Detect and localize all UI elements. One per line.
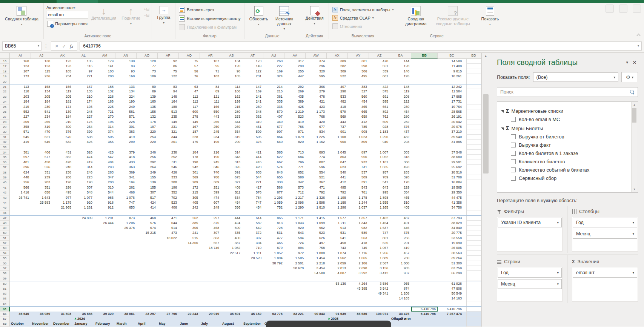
cell-BD57[interactable] — [466, 266, 481, 271]
cell-BB65[interactable]: 6 410 796 — [411, 307, 438, 311]
cell-AZ19[interactable]: 601 — [369, 74, 390, 79]
cell-AL57[interactable] — [73, 266, 94, 271]
cell-AN40[interactable]: 194 — [115, 180, 137, 185]
cell-AQ55[interactable] — [179, 256, 200, 261]
cell-AJ64[interactable] — [31, 301, 52, 306]
cell-AQ38[interactable]: 301 — [179, 170, 200, 175]
cell-AY17[interactable]: 298 — [348, 64, 369, 69]
field-list-scrollbar[interactable]: ▲ ▼ — [631, 102, 637, 192]
cell-AN64[interactable] — [115, 301, 137, 306]
cell-AV55[interactable]: 1 505 — [284, 256, 306, 261]
cell-AU63[interactable] — [263, 296, 284, 301]
cell-AM18[interactable]: 103 — [94, 69, 115, 74]
cell-AX38[interactable]: 540 — [327, 170, 348, 175]
cell-AL18[interactable]: 97 — [73, 69, 94, 74]
cell-AR62[interactable] — [200, 291, 221, 296]
row-header-27[interactable]: 27 — [0, 114, 10, 119]
cell-BB56[interactable] — [411, 261, 438, 266]
cell-BA56[interactable]: 1 008 — [390, 261, 411, 266]
cell-BC57[interactable]: 63 759 — [438, 266, 466, 271]
cell-AM46[interactable] — [94, 210, 115, 215]
cell-AV43[interactable]: 1 217 — [284, 195, 306, 200]
cell-AX55[interactable]: 1 562 — [327, 256, 348, 261]
cell-BD18[interactable] — [466, 69, 481, 74]
cell-AQ42[interactable]: 215 — [179, 190, 200, 195]
cell-AV23[interactable]: 435 — [284, 94, 306, 99]
cell-AQ66[interactable]: 22 243 — [179, 312, 200, 316]
cell-BB32[interactable] — [411, 140, 438, 144]
cell-AY53[interactable]: 745 — [348, 246, 369, 250]
cell-AM41[interactable]: 310 — [94, 185, 115, 190]
cell-AY37[interactable]: 611 — [348, 165, 369, 170]
cell-AN17[interactable]: 93 — [115, 64, 137, 69]
cell-AR31[interactable]: 234 — [200, 135, 221, 140]
cell-AK36[interactable]: 420 — [52, 160, 73, 165]
cell-AU59[interactable] — [263, 276, 284, 281]
cell-AV59[interactable] — [284, 276, 306, 281]
cell-AR45[interactable]: 249 — [200, 205, 221, 210]
cell-AI56[interactable] — [10, 261, 31, 266]
cell-AY38[interactable]: 537 — [348, 170, 369, 175]
cell-AP43[interactable]: 702 — [158, 195, 179, 200]
cell-AW33[interactable] — [306, 145, 327, 150]
row-header-53[interactable]: 53 — [0, 246, 10, 250]
cell-AV24[interactable]: 389 — [284, 99, 306, 104]
cell-AU33[interactable] — [263, 145, 284, 150]
cell-BA46[interactable] — [390, 210, 411, 215]
cell-AL56[interactable] — [73, 261, 94, 266]
cell-AS27[interactable]: 253 — [221, 114, 242, 119]
cell-AS55[interactable] — [221, 256, 242, 261]
cell-AI42[interactable]: 1 416 — [10, 190, 31, 195]
cell-AO68[interactable]: April — [137, 321, 158, 326]
cell-BD46[interactable] — [466, 210, 481, 215]
cell-AZ30[interactable]: 1 183 — [369, 129, 390, 134]
cell-AO33[interactable] — [137, 145, 158, 150]
cell-AR21[interactable]: 84 — [200, 84, 221, 89]
cell-AV61[interactable] — [284, 286, 306, 291]
cell-AJ46[interactable] — [31, 210, 52, 215]
cell-BA43[interactable]: 465 — [390, 195, 411, 200]
cell-AR27[interactable]: 443 — [200, 114, 221, 119]
cell-AW42[interactable]: 792 — [306, 190, 327, 195]
cell-AL39[interactable]: 223 — [73, 175, 94, 180]
cell-AM29[interactable]: 314 — [94, 124, 115, 129]
cell-AO25[interactable]: 135 — [137, 104, 158, 109]
cell-AO17[interactable]: 77 — [137, 64, 158, 69]
cell-AK27[interactable]: 184 — [52, 114, 73, 119]
cell-AP37[interactable]: 246 — [158, 165, 179, 170]
cell-AP36[interactable]: 311 — [158, 160, 179, 165]
cell-AW50[interactable]: 523 — [306, 230, 327, 235]
cell-AR50[interactable]: 307 — [200, 230, 221, 235]
cell-AY29[interactable]: 785 — [348, 124, 369, 129]
cell-AQ46[interactable] — [179, 210, 200, 215]
cell-AY44[interactable]: 1 244 — [348, 200, 369, 205]
cell-AW54[interactable]: 1 000 — [306, 251, 327, 256]
cell-AI52[interactable] — [10, 241, 31, 246]
cell-BA17[interactable]: 128 — [390, 64, 411, 69]
cell-AO44[interactable]: 424 — [137, 200, 158, 205]
cell-AL26[interactable]: 248 — [73, 109, 94, 114]
cell-AV21[interactable]: 292 — [284, 84, 306, 89]
cell-AJ23[interactable]: 205 — [31, 94, 52, 99]
cell-AN66[interactable]: 38 081 — [115, 312, 137, 316]
cell-AW65[interactable] — [306, 307, 327, 311]
cell-BB34[interactable] — [411, 150, 438, 155]
cell-AP22[interactable]: 94 — [158, 89, 179, 94]
cell-AO39[interactable]: 155 — [137, 175, 158, 180]
cell-AZ23[interactable]: 691 — [369, 94, 390, 99]
cell-AK41[interactable]: 298 — [52, 185, 73, 190]
cell-AM17[interactable]: 141 — [94, 64, 115, 69]
cell-AI23[interactable]: 203 — [10, 94, 31, 99]
cell-AS45[interactable]: 356 — [221, 205, 242, 210]
window-controls[interactable] — [606, 5, 641, 13]
cell-AP21[interactable]: 83 — [158, 84, 179, 89]
cell-BB33[interactable] — [411, 145, 438, 150]
cell-AO62[interactable] — [137, 291, 158, 296]
cell-AR28[interactable]: 265 — [200, 120, 221, 124]
cell-AM48[interactable]: 26 444 — [94, 221, 115, 226]
cell-AP64[interactable] — [158, 301, 179, 306]
cell-AS67[interactable] — [221, 316, 242, 321]
cell-AN37[interactable]: 363 — [115, 165, 137, 170]
cell-BD19[interactable] — [466, 74, 481, 79]
cell-BC27[interactable]: 26 191 — [438, 114, 466, 119]
